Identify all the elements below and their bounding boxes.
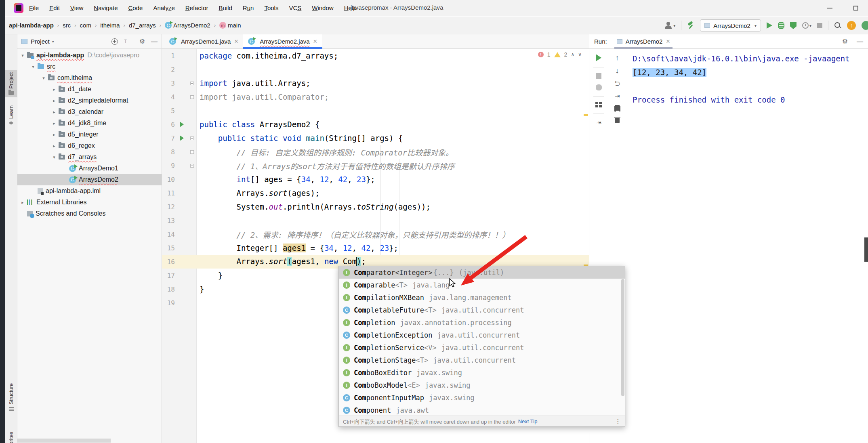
print-icon[interactable] (614, 106, 620, 111)
completion-item-Comparator[interactable]: IComparator<Integer>{...}(java.util) (339, 266, 625, 279)
code-text[interactable]: // 2、需求: 降序排序！（自定义比较器对象，只能支持引用类型的排序！！） (197, 229, 510, 240)
profiler-button[interactable]: ▾ (802, 22, 811, 29)
breadcrumb-item-ArraysDemo2[interactable]: CArraysDemo2 (165, 22, 210, 29)
fold-marker-icon[interactable] (190, 82, 194, 85)
tab-ArraysDemo1.java[interactable]: CArraysDemo1.java✕ (164, 34, 243, 48)
completion-item-CompletionException[interactable]: CCompletionExceptionjava.util.concurrent (339, 329, 625, 341)
breadcrumb-item-src[interactable]: src (63, 22, 71, 29)
completion-item-ComboBoxEditor[interactable]: IComboBoxEditorjavax.swing (339, 366, 625, 379)
code-text[interactable]: import java.util.Arrays; (197, 79, 311, 88)
tree-row-External Libraries[interactable]: ▸External Libraries (17, 197, 162, 208)
code-text[interactable]: // 1、Arrays的sort方法对于有值特性的数组是默认升序排序 (197, 160, 455, 171)
tree-row-d5_integer[interactable]: ▸d5_integer (17, 129, 162, 140)
code-text[interactable]: int[] ages = {34, 12, 42, 23}; (197, 175, 375, 184)
down-stack-trace-icon[interactable]: ↓ (616, 67, 619, 74)
menu-refactor[interactable]: Refactor (185, 4, 208, 11)
tool-stripe-structure[interactable]: Structure (5, 381, 17, 414)
menu-run[interactable]: Run (243, 4, 254, 11)
menu-build[interactable]: Build (219, 4, 232, 11)
horizontal-scrollbar[interactable] (17, 439, 111, 443)
tree-row-d4_jdk8_time[interactable]: ▸d4_jdk8_time (17, 118, 162, 129)
menu-view[interactable]: View (70, 4, 83, 11)
tool-stripe-project[interactable]: Project (5, 70, 17, 97)
tree-row-d3_calendar[interactable]: ▸d3_calendar (17, 106, 162, 118)
tab-ArraysDemo2.java[interactable]: CArraysDemo2.java✕ (243, 34, 322, 48)
code-text[interactable]: Arrays.sort(ages1, new Com); (197, 257, 366, 267)
up-stack-trace-icon[interactable]: ↑ (616, 54, 619, 61)
prev-issue-icon[interactable]: ∧ (571, 52, 574, 57)
run-button[interactable] (767, 22, 772, 29)
tree-chevron[interactable]: ▸ (51, 121, 57, 126)
console-scrollbar[interactable] (864, 237, 868, 262)
completion-scrollbar[interactable] (621, 279, 624, 396)
stop-button[interactable] (817, 23, 822, 28)
menu-analyze[interactable]: Analyze (153, 4, 174, 11)
menu-navigate[interactable]: Navigate (94, 4, 118, 11)
hide-panel-icon[interactable]: — (151, 38, 158, 45)
tree-row-ArraysDemo2[interactable]: CArraysDemo2 (17, 174, 162, 185)
tree-chevron[interactable]: ▾ (30, 64, 36, 69)
tree-row-Scratches and Consoles[interactable]: Scratches and Consoles (17, 208, 162, 219)
completion-item-Completion[interactable]: ICompletionjavax.annotation.processing (339, 316, 625, 329)
tree-chevron[interactable]: ▸ (51, 87, 57, 92)
tree-chevron[interactable]: ▾ (51, 155, 57, 160)
restart-debug-icon[interactable] (596, 84, 602, 90)
code-text[interactable]: package com.itheima.d7_arrays; (197, 51, 338, 60)
completion-item-Comparable[interactable]: IComparable<T>java.lang (339, 279, 625, 291)
completion-item-ComboBoxModel[interactable]: IComboBoxModel<E>javax.swing (339, 379, 625, 391)
menu-code[interactable]: Code (128, 4, 143, 11)
tree-row-api-lambda-app[interactable]: ▾api-lambda-appD:\code\javasepro (17, 50, 162, 61)
run-tab[interactable]: ArraysDemo2 ✕ (614, 34, 673, 49)
menu-window[interactable]: Window (312, 4, 333, 11)
completion-item-Component[interactable]: CComponentjava.awt (339, 404, 625, 416)
tree-chevron[interactable]: ▸ (51, 98, 57, 103)
fold-marker-icon[interactable] (190, 95, 194, 99)
menu-file[interactable]: File (29, 4, 39, 11)
fold-marker-icon[interactable] (190, 136, 194, 140)
menu-vcs[interactable]: VCS (289, 4, 301, 11)
soft-wrap-icon[interactable]: ⮌ (614, 80, 620, 87)
tree-chevron[interactable]: ▸ (51, 143, 57, 149)
minimize-button[interactable] (827, 8, 832, 8)
next-tip-link[interactable]: Next Tip (518, 418, 538, 424)
breadcrumb-item-itheima[interactable]: itheima (100, 22, 120, 29)
maximize-button[interactable] (853, 6, 858, 10)
breadcrumb-item-d7_arrays[interactable]: d7_arrays (129, 22, 156, 29)
code-text[interactable]: } (197, 285, 204, 294)
clear-console-icon[interactable] (615, 118, 620, 123)
code-text[interactable]: Arrays.sort(ages); (197, 189, 319, 197)
close-icon[interactable]: ✕ (313, 38, 317, 44)
rerun-button[interactable] (596, 54, 601, 61)
scroll-to-end-icon[interactable]: ⇥ (615, 92, 620, 100)
code-text[interactable]: System.out.println(Arrays.toString(ages)… (197, 202, 431, 211)
tree-chevron[interactable]: ▾ (19, 53, 26, 58)
layout-icon[interactable] (595, 102, 602, 107)
collapse-all-icon[interactable]: ⌶ (124, 38, 127, 45)
stop-button[interactable] (596, 73, 601, 79)
tree-row-src[interactable]: ▾src (17, 61, 162, 72)
console-output[interactable]: D:\soft\Java\jdk-16.0.1\bin\java.exe -ja… (627, 49, 868, 443)
search-everywhere-icon[interactable] (834, 22, 841, 29)
tree-row-api-lambda-app.iml[interactable]: api-lambda-app.iml (17, 185, 162, 197)
tree-chevron[interactable]: ▾ (40, 76, 47, 81)
user-icon[interactable]: ▾ (664, 22, 675, 29)
menu-tools[interactable]: Tools (264, 4, 278, 11)
kebab-menu-icon[interactable]: ⋮ (615, 418, 621, 424)
breadcrumb-item-main[interactable]: mmain (219, 22, 241, 29)
locate-file-icon[interactable] (111, 38, 118, 45)
close-icon[interactable]: ✕ (234, 38, 238, 44)
completion-item-CompletionService[interactable]: ICompletionService<V>java.util.concurren… (339, 341, 625, 354)
code-text[interactable]: public class ArraysDemo2 { (197, 120, 319, 129)
tree-chevron[interactable]: ▸ (51, 109, 57, 115)
build-icon[interactable] (687, 22, 694, 29)
pin-icon[interactable]: 📌︎ (594, 118, 603, 128)
completion-item-ComponentInputMap[interactable]: CComponentInputMapjavax.swing (339, 391, 625, 404)
hide-panel-icon[interactable]: — (857, 38, 863, 45)
code-text[interactable]: public static void main(String[] args) { (197, 134, 403, 143)
code-text[interactable]: import java.util.Comparator; (197, 92, 329, 101)
gear-icon[interactable]: ⚙ (139, 38, 145, 45)
run-line-icon[interactable] (180, 122, 184, 127)
next-issue-icon[interactable]: ∨ (578, 52, 582, 57)
tree-row-d1_date[interactable]: ▸d1_date (17, 84, 162, 95)
fold-marker-icon[interactable] (190, 164, 194, 168)
